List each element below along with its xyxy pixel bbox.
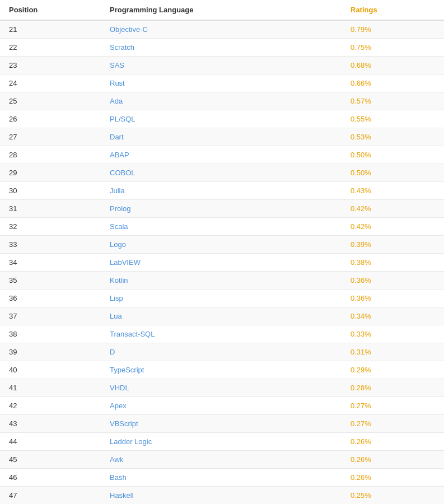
language-link[interactable]: Logo (110, 240, 126, 249)
cell-ratings: 0.38% (342, 254, 444, 272)
language-link[interactable]: Ladder Logic (110, 437, 152, 446)
cell-language[interactable]: Kotlin (101, 272, 342, 290)
table-row: 35Kotlin0.36% (0, 272, 444, 290)
language-link[interactable]: Prolog (110, 204, 131, 213)
language-link[interactable]: Bash (110, 473, 127, 482)
table-row: 22Scratch0.75% (0, 39, 444, 57)
language-link[interactable]: D (110, 348, 115, 356)
language-link[interactable]: Lisp (110, 294, 123, 302)
language-link[interactable]: VHDL (110, 384, 129, 392)
language-link[interactable]: Apex (110, 402, 127, 410)
cell-position: 40 (0, 361, 101, 379)
table-header-row: Position Programming Language Ratings (0, 0, 444, 20)
cell-language[interactable]: TypeScript (101, 361, 342, 379)
language-link[interactable]: Rust (110, 79, 125, 87)
cell-language[interactable]: Objective-C (101, 20, 342, 39)
language-link[interactable]: Scratch (110, 43, 134, 52)
language-link[interactable]: TypeScript (110, 366, 144, 374)
language-link[interactable]: Julia (110, 186, 125, 195)
language-link[interactable]: SAS (110, 61, 124, 69)
cell-position: 30 (0, 182, 101, 200)
language-link[interactable]: Lua (110, 312, 122, 320)
cell-language[interactable]: Scratch (101, 39, 342, 57)
language-link[interactable]: Awk (110, 455, 123, 464)
cell-ratings: 0.28% (342, 379, 444, 397)
table-row: 27Dart0.53% (0, 128, 444, 146)
cell-ratings: 0.26% (342, 433, 444, 451)
cell-ratings: 0.34% (342, 307, 444, 325)
cell-language[interactable]: Ladder Logic (101, 433, 342, 451)
cell-language[interactable]: Apex (101, 397, 342, 415)
cell-ratings: 0.39% (342, 236, 444, 254)
cell-language[interactable]: LabVIEW (101, 254, 342, 272)
cell-language[interactable]: Dart (101, 128, 342, 146)
table-row: 29COBOL0.50% (0, 164, 444, 182)
cell-ratings: 0.66% (342, 74, 444, 92)
cell-language[interactable]: Bash (101, 469, 342, 487)
cell-language[interactable]: PL/SQL (101, 110, 342, 128)
cell-position: 21 (0, 20, 101, 39)
cell-ratings: 0.68% (342, 57, 444, 74)
table-row: 32Scala0.42% (0, 218, 444, 236)
table-row: 38Transact-SQL0.33% (0, 325, 444, 343)
cell-language[interactable]: VBScript (101, 415, 342, 433)
cell-language[interactable]: Rust (101, 74, 342, 92)
cell-position: 39 (0, 343, 101, 361)
language-link[interactable]: Kotlin (110, 276, 128, 284)
language-link[interactable]: Dart (110, 133, 124, 141)
language-link[interactable]: Transact-SQL (110, 330, 155, 338)
cell-ratings: 0.42% (342, 200, 444, 218)
table-row: 40TypeScript0.29% (0, 361, 444, 379)
cell-position: 38 (0, 325, 101, 343)
language-link[interactable]: VBScript (110, 419, 138, 428)
language-link[interactable]: LabVIEW (110, 258, 141, 267)
cell-position: 23 (0, 57, 101, 74)
cell-ratings: 0.36% (342, 272, 444, 290)
cell-position: 32 (0, 218, 101, 236)
cell-language[interactable]: Scala (101, 218, 342, 236)
language-link[interactable]: Objective-C (110, 25, 148, 34)
cell-language[interactable]: Transact-SQL (101, 325, 342, 343)
cell-position: 34 (0, 254, 101, 272)
table-row: 24Rust0.66% (0, 74, 444, 92)
table-row: 23SAS0.68% (0, 57, 444, 74)
cell-language[interactable]: Prolog (101, 200, 342, 218)
language-link[interactable]: PL/SQL (110, 115, 135, 123)
cell-language[interactable]: Lisp (101, 290, 342, 307)
cell-language[interactable]: SAS (101, 57, 342, 74)
cell-language[interactable]: ABAP (101, 146, 342, 164)
table-row: 34LabVIEW0.38% (0, 254, 444, 272)
header-ratings: Ratings (342, 0, 444, 20)
cell-language[interactable]: Logo (101, 236, 342, 254)
cell-ratings: 0.50% (342, 146, 444, 164)
cell-language[interactable]: Julia (101, 182, 342, 200)
cell-ratings: 0.33% (342, 325, 444, 343)
cell-language[interactable]: Awk (101, 451, 342, 469)
cell-language[interactable]: D (101, 343, 342, 361)
cell-position: 33 (0, 236, 101, 254)
cell-ratings: 0.26% (342, 469, 444, 487)
language-link[interactable]: Ada (110, 97, 123, 105)
table-row: 30Julia0.43% (0, 182, 444, 200)
cell-language[interactable]: Ada (101, 92, 342, 110)
cell-position: 28 (0, 146, 101, 164)
cell-position: 43 (0, 415, 101, 433)
language-link[interactable]: Scala (110, 222, 128, 231)
language-link[interactable]: ABAP (110, 151, 129, 159)
cell-language[interactable]: VHDL (101, 379, 342, 397)
table-row: 33Logo0.39% (0, 236, 444, 254)
cell-ratings: 0.50% (342, 164, 444, 182)
table-row: 41VHDL0.28% (0, 379, 444, 397)
cell-language[interactable]: COBOL (101, 164, 342, 182)
language-link[interactable]: COBOL (110, 169, 135, 177)
table-row: 31Prolog0.42% (0, 200, 444, 218)
cell-ratings: 0.29% (342, 361, 444, 379)
cell-position: 22 (0, 39, 101, 57)
cell-language[interactable]: Haskell (101, 487, 342, 505)
cell-position: 44 (0, 433, 101, 451)
cell-ratings: 0.27% (342, 415, 444, 433)
cell-position: 46 (0, 469, 101, 487)
language-link[interactable]: Haskell (110, 491, 134, 500)
cell-language[interactable]: Lua (101, 307, 342, 325)
cell-position: 27 (0, 128, 101, 146)
